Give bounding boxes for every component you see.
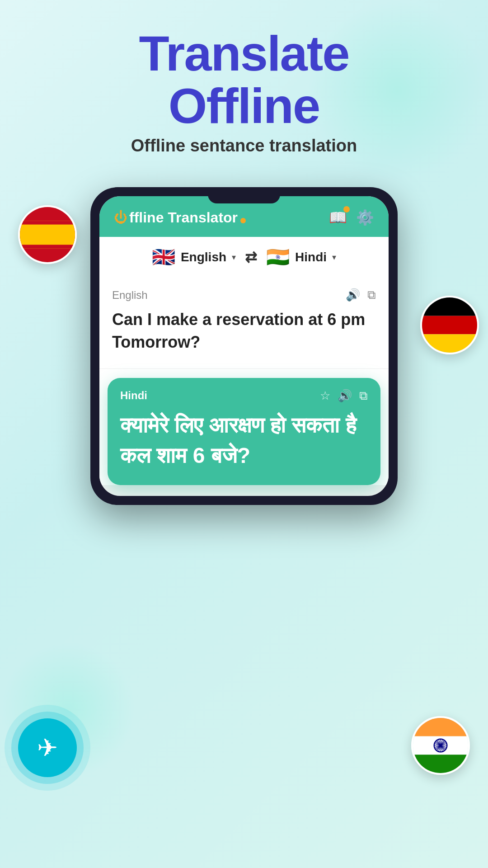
source-lang-flag: 🇬🇧 [152,246,175,268]
svg-rect-5 [422,316,477,335]
spain-flag-circle [18,205,77,264]
hindi-translation-card: Hindi ☆ 🔊 ⧉ क्यामेरे लिए आरक्षण हो सकता … [108,378,380,485]
book-icon[interactable]: 📖 [329,209,347,226]
phone-notch [208,187,280,203]
input-label-row: English 🔊 ⧉ [112,288,376,302]
target-lang-dropdown-icon: ▾ [332,252,336,262]
phone-section: ✈ ⏻ ffline Translator 📖 ⚙️ [0,178,488,802]
swap-languages-button[interactable]: ⇄ [245,249,257,266]
svg-rect-7 [413,718,468,736]
svg-rect-9 [413,755,468,773]
language-selector-bar: 🇬🇧 English ▾ ⇄ 🇮🇳 Hindi ▾ [99,237,389,277]
source-lang-name: English [181,250,226,264]
hero-subtitle: Offline sentance translation [0,136,488,156]
svg-rect-1 [20,221,75,249]
hero-section: Translate Offline Offline sentance trans… [0,0,488,165]
header-icons: 📖 ⚙️ [329,209,374,226]
germany-flag-svg [422,297,477,353]
translation-label-row: Hindi ☆ 🔊 ⧉ [120,389,368,403]
svg-rect-2 [20,221,75,225]
translation-area-bg: Hindi ☆ 🔊 ⧉ क्यामेरे लिए आरक्षण हो सकता … [99,369,389,485]
phone-screen: ⏻ ffline Translator 📖 ⚙️ 🇬🇧 English [99,196,389,496]
target-language-selector[interactable]: 🇮🇳 Hindi ▾ [266,246,336,268]
english-input-card: English 🔊 ⧉ Can I make a reservation at … [99,277,389,369]
settings-icon[interactable]: ⚙️ [356,209,374,226]
copy-icon[interactable]: ⧉ [367,288,376,302]
target-lang-flag: 🇮🇳 [266,246,290,268]
notification-badge [343,206,350,212]
spain-flag-svg [20,207,75,262]
hero-title-line1: Translate [139,25,349,81]
speaker-icon[interactable]: 🔊 [346,288,360,302]
hero-title-line2: Offline [169,78,319,133]
input-text-content[interactable]: Can I make a reservation at 6 pm Tomorro… [112,308,376,354]
india-flag-svg [413,718,468,773]
input-card-icons: 🔊 ⧉ [346,288,376,302]
india-flag-circle [411,716,470,775]
source-language-selector[interactable]: 🇬🇧 English ▾ [152,246,236,268]
input-language-label: English [112,289,148,302]
target-lang-name: Hindi [295,250,327,264]
translation-language-label: Hindi [120,389,147,402]
speaker-icon-translation[interactable]: 🔊 [338,389,352,403]
airplane-button[interactable]: ✈ [18,718,77,777]
svg-rect-4 [422,297,477,316]
svg-rect-6 [422,334,477,353]
hero-title: Translate Offline [0,27,488,132]
logo-text: ffline Translator [129,209,238,226]
logo-dot [240,218,246,223]
translation-card-icons: ☆ 🔊 ⧉ [320,389,368,403]
translation-text-content: क्यामेरे लिए आरक्षण हो सकता है कल शाम 6 … [120,410,368,471]
app-logo: ⏻ ffline Translator [114,209,246,226]
copy-icon-translation[interactable]: ⧉ [359,389,368,403]
svg-rect-3 [20,245,75,248]
germany-flag-circle [420,296,479,354]
source-lang-dropdown-icon: ▾ [232,252,236,262]
airplane-icon: ✈ [37,733,58,762]
phone-frame: ⏻ ffline Translator 📖 ⚙️ 🇬🇧 English [90,187,398,505]
star-icon[interactable]: ☆ [320,389,330,403]
logo-power-icon: ⏻ [114,210,127,225]
